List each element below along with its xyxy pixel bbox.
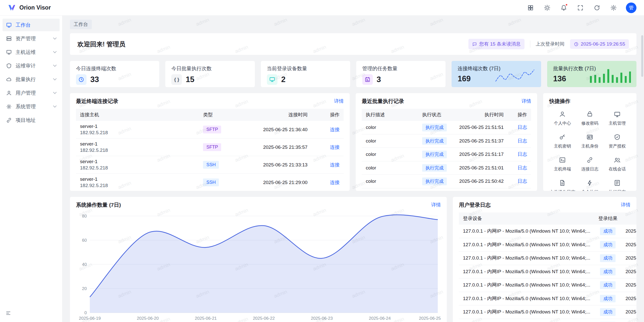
sidebar-item-assets[interactable]: 资产管理 [3, 32, 60, 45]
connect-link[interactable]: 连接 [330, 145, 340, 150]
login-result-tag: 成功 [600, 308, 616, 316]
log-link[interactable]: 日志 [517, 138, 527, 144]
vertical-scrollbar[interactable] [641, 35, 643, 77]
qa-file-operation-logs[interactable]: 文件操作日志 [549, 180, 576, 191]
exec-description: color [362, 121, 418, 134]
batch-records-detail-link[interactable]: 详情 [521, 98, 531, 104]
qa-command-execution[interactable]: 命令执行 [577, 180, 603, 191]
sidebar-item-label: 用户管理 [16, 90, 36, 96]
svg-text:40: 40 [82, 262, 87, 267]
exec-time: 2025-06-25 21:50:10 [455, 188, 508, 191]
unread-messages-text: 您有 15 条未读消息 [479, 41, 521, 47]
sidebar-item-workbench[interactable]: 工作台 [3, 19, 60, 31]
terminal-record-row: server-1 182.92.5.218 SFTP 2025-06-25 21… [76, 121, 344, 138]
sidebar-item-label: 项目地址 [16, 117, 36, 124]
qa-execution-logs[interactable]: 执行日志 [604, 180, 630, 191]
user-avatar[interactable]: 管 [626, 3, 636, 13]
log-link[interactable]: 日志 [517, 152, 527, 157]
chevron-down-icon [53, 50, 57, 53]
login-device: 127.0.0.1 - 内网IP - Mozilla/5.0 (Windows … [459, 252, 594, 265]
sidebar-item-audit[interactable]: 运维审计 [3, 59, 60, 72]
divider [530, 41, 530, 48]
sidebar-item-label: 主机运维 [16, 49, 36, 56]
login-logs-detail-link[interactable]: 详情 [621, 202, 630, 208]
qa-label: 主机密钥 [554, 143, 571, 149]
qa-label: 主机身份 [581, 143, 598, 149]
sidebar: 工作台 资产管理 主机运维 运维审计 批量执行 用户管理 [0, 16, 62, 322]
collapse-sidebar-button[interactable] [4, 309, 13, 317]
panel-title: 最近终端连接记录 [76, 98, 118, 105]
qa-host-terminal[interactable]: 主机终端 [549, 157, 576, 172]
login-result-tag: 成功 [600, 295, 616, 303]
notification-badge [565, 4, 568, 6]
qa-online-sessions[interactable]: 在线会话 [604, 157, 630, 172]
terminal-records-panel: 最近终端连接记录 详情 连接主机 类型 连接时间 操作 [70, 93, 350, 191]
sidebar-item-label: 工作台 [16, 22, 31, 28]
qa-host-keys[interactable]: 主机密钥 [549, 134, 576, 149]
svg-text:2025-06-23: 2025-06-23 [311, 316, 333, 321]
system-ops-detail-link[interactable]: 详情 [431, 202, 441, 208]
login-device: 127.0.0.1 - 内网IP - Mozilla/5.0 (Windows … [459, 238, 594, 252]
bolt-icon [586, 180, 593, 186]
terminal-records-detail-link[interactable]: 详情 [334, 98, 344, 104]
terminal-records-table: 连接主机 类型 连接时间 操作 server-1 182.92.5.218 [76, 109, 344, 191]
qa-change-password[interactable]: 修改密码 [577, 111, 603, 126]
settings-gear-icon[interactable] [609, 4, 618, 12]
log-link[interactable]: 日志 [517, 178, 527, 184]
column-header: 操作 [311, 109, 344, 121]
refresh-icon[interactable] [593, 4, 601, 12]
stat-value: 3 [377, 75, 381, 84]
log-link[interactable]: 日志 [517, 125, 527, 130]
bottom-row: 系统操作数量 (7日) 详情 0204060802025-06-192025-0… [70, 197, 636, 322]
qa-personal-center[interactable]: 个人中心 [549, 111, 576, 126]
login-result-tag: 成功 [600, 227, 616, 235]
login-log-row: 127.0.0.1 - 内网IP - Mozilla/5.0 (Windows … [459, 292, 636, 305]
host-ip: 182.92.5.218 [80, 130, 195, 135]
layout-grid-icon[interactable] [526, 4, 535, 12]
main-content: 工作台 欢迎回来! 管理员 您有 15 条未读消息 上次登录时间 2025-06… [62, 16, 644, 322]
notifications-bell-icon[interactable] [559, 4, 568, 12]
sidebar-item-batch-exec[interactable]: 批量执行 [3, 73, 60, 86]
sidebar-item-project-link[interactable]: 项目地址 [3, 114, 60, 126]
connect-link[interactable]: 连接 [330, 162, 340, 167]
qa-host-management[interactable]: 主机管理 [604, 111, 630, 126]
stats-row: 今日连接终端次数 33 今日批量执行次数 { } 15 当前登录设备数量 [70, 61, 636, 87]
column-header: 执行描述 [362, 109, 418, 121]
device-monitor-icon [267, 74, 277, 85]
users-icon [614, 157, 621, 163]
sidebar-item-label: 运维审计 [16, 62, 36, 69]
sidebar-item-user-mgmt[interactable]: 用户管理 [3, 87, 60, 99]
unread-messages-pill[interactable]: 您有 15 条未读消息 [468, 39, 525, 49]
connect-link[interactable]: 连接 [330, 127, 340, 132]
monitor-icon [614, 111, 621, 118]
sidebar-item-label: 资产管理 [16, 35, 36, 42]
breadcrumb-item-workbench[interactable]: 工作台 [70, 20, 92, 29]
terminal-record-row: server-1 182.92.5.218 SSH 2025-06-25 21:… [76, 156, 344, 174]
list-icon [614, 180, 621, 186]
connect-link[interactable]: 连接 [330, 180, 340, 185]
qa-label: 在线会话 [609, 166, 626, 172]
svg-text:0: 0 [85, 310, 87, 315]
link-icon [586, 157, 593, 163]
qa-label: 个人中心 [554, 120, 571, 126]
shield-check-icon [614, 134, 621, 140]
svg-text:2025-06-19: 2025-06-19 [79, 316, 101, 321]
qa-label: 文件操作日志 [550, 189, 575, 191]
key-icon [559, 134, 566, 140]
exec-description: color [362, 188, 418, 191]
svg-text:2025-06-24: 2025-06-24 [369, 316, 391, 321]
theme-sun-icon[interactable] [543, 4, 551, 12]
app-logo[interactable]: Orion Visor [8, 4, 51, 12]
login-device: 127.0.0.1 - 内网IP - Mozilla/5.0 (Windows … [459, 319, 594, 322]
asset-list-icon [6, 36, 12, 42]
qa-connection-logs[interactable]: 连接日志 [577, 157, 603, 172]
qa-asset-authorization[interactable]: 资产授权 [604, 134, 630, 149]
user-icon [559, 111, 566, 118]
log-link[interactable]: 日志 [517, 165, 527, 170]
cloud-batch-icon [6, 77, 12, 82]
qa-host-identity[interactable]: 主机身份 [577, 134, 603, 149]
sidebar-item-host-ops[interactable]: 主机运维 [3, 46, 60, 58]
fullscreen-icon[interactable] [576, 4, 585, 12]
host-ip: 182.92.5.218 [80, 165, 195, 171]
sidebar-item-system-mgmt[interactable]: 系统管理 [3, 100, 60, 113]
